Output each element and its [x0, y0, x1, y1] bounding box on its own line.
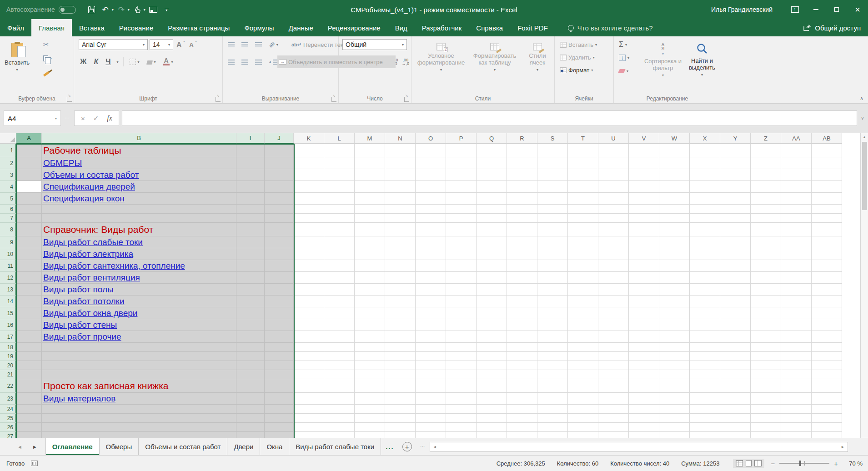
cell-AB5[interactable]	[812, 193, 842, 205]
cell-X20[interactable]	[690, 361, 720, 370]
cell-T25[interactable]	[568, 414, 598, 423]
cell-L16[interactable]	[324, 319, 355, 331]
find-select-button[interactable]: Найти и выделить ▾	[686, 39, 718, 77]
cell-S14[interactable]	[537, 296, 568, 307]
cell-A8[interactable]	[16, 223, 42, 236]
cell-Y7[interactable]	[720, 214, 751, 223]
zoom-level[interactable]: 70 %	[843, 460, 863, 467]
cell-AB15[interactable]	[812, 307, 842, 319]
cell-O10[interactable]	[416, 248, 446, 260]
cell-M25[interactable]	[355, 414, 385, 423]
cell-N17[interactable]	[385, 331, 416, 343]
cell-Q1[interactable]	[477, 144, 507, 157]
cell-O18[interactable]	[416, 343, 446, 352]
sort-filter-button[interactable]: АЯ▼ Сортировка и фильтр ▾	[642, 39, 684, 77]
cell-M7[interactable]	[355, 214, 385, 223]
cell-X26[interactable]	[690, 423, 720, 432]
cell-N7[interactable]	[385, 214, 416, 223]
cell-M23[interactable]	[355, 393, 385, 405]
align-center-button[interactable]	[240, 56, 250, 67]
cell-O27[interactable]	[416, 432, 446, 438]
cell-Z16[interactable]	[751, 319, 781, 331]
cell-K1[interactable]	[294, 144, 324, 157]
cell-P10[interactable]	[446, 248, 477, 260]
cell-B22[interactable]: Просто как записная книжка	[42, 379, 236, 393]
cell-Y17[interactable]	[720, 331, 751, 343]
cell-W10[interactable]	[659, 248, 690, 260]
cell-R19[interactable]	[507, 352, 537, 361]
cell-J9[interactable]	[265, 236, 294, 248]
clipboard-dialog-launcher[interactable]	[67, 97, 72, 102]
cell-U13[interactable]	[598, 284, 629, 296]
cell-Y8[interactable]	[720, 223, 751, 236]
account-user-name[interactable]: Илья Грандилевский	[711, 6, 773, 13]
cell-B11[interactable]: Виды работ сантехника, отопление	[42, 260, 236, 272]
cell-I19[interactable]	[236, 352, 265, 361]
cell-AA3[interactable]	[781, 169, 812, 181]
cell-J19[interactable]	[265, 352, 294, 361]
row-header-10[interactable]: 10	[0, 248, 16, 260]
ribbon-tab-Вставка[interactable]: Вставка	[72, 19, 112, 36]
ribbon-tab-Файл[interactable]: Файл	[0, 19, 31, 36]
cell-link-B15[interactable]: Виды работ окна двери	[43, 308, 137, 318]
column-header-N[interactable]: N	[385, 133, 416, 144]
cell-B23[interactable]: Виды материалов	[42, 393, 236, 405]
minimize-button[interactable]	[805, 0, 826, 19]
cell-L5[interactable]	[324, 193, 355, 205]
cell-I10[interactable]	[236, 248, 265, 260]
cell-X11[interactable]	[690, 260, 720, 272]
cell-K16[interactable]	[294, 319, 324, 331]
cell-O19[interactable]	[416, 352, 446, 361]
cell-P5[interactable]	[446, 193, 477, 205]
cell-AB23[interactable]	[812, 393, 842, 405]
cell-S8[interactable]	[537, 223, 568, 236]
cell-P27[interactable]	[446, 432, 477, 438]
cell-W23[interactable]	[659, 393, 690, 405]
cell-R22[interactable]	[507, 379, 537, 393]
cell-link-B9[interactable]: Виды работ слабые токи	[43, 237, 143, 247]
redo-button[interactable]: ↷	[115, 4, 127, 15]
cell-T8[interactable]	[568, 223, 598, 236]
sheet-tab-Окна[interactable]: Окна	[260, 438, 289, 455]
cell-U14[interactable]	[598, 296, 629, 307]
cell-U16[interactable]	[598, 319, 629, 331]
cell-I11[interactable]	[236, 260, 265, 272]
row-header-1[interactable]: 1	[0, 144, 16, 157]
cell-S13[interactable]	[537, 284, 568, 296]
cell-AA4[interactable]	[781, 181, 812, 193]
row-header-6[interactable]: 6	[0, 205, 16, 214]
cell-J17[interactable]	[265, 331, 294, 343]
cell-R21[interactable]	[507, 370, 537, 379]
cell-X7[interactable]	[690, 214, 720, 223]
cell-K22[interactable]	[294, 379, 324, 393]
cell-T7[interactable]	[568, 214, 598, 223]
cell-M4[interactable]	[355, 181, 385, 193]
cell-S25[interactable]	[537, 414, 568, 423]
cell-Q8[interactable]	[477, 223, 507, 236]
cell-P3[interactable]	[446, 169, 477, 181]
cell-link-B3[interactable]: Объемы и состав работ	[43, 170, 139, 180]
grow-font-button[interactable]: Аˆ	[175, 39, 186, 50]
cell-P13[interactable]	[446, 284, 477, 296]
cell-A2[interactable]	[16, 157, 42, 169]
cell-L7[interactable]	[324, 214, 355, 223]
cell-N2[interactable]	[385, 157, 416, 169]
cell-Y18[interactable]	[720, 343, 751, 352]
expand-formula-bar-button[interactable]: ˅	[857, 116, 868, 121]
cell-L24[interactable]	[324, 405, 355, 414]
cell-K25[interactable]	[294, 414, 324, 423]
cell-P25[interactable]	[446, 414, 477, 423]
align-right-button[interactable]	[254, 56, 263, 67]
cell-S23[interactable]	[537, 393, 568, 405]
cell-U4[interactable]	[598, 181, 629, 193]
cell-S27[interactable]	[537, 432, 568, 438]
cell-Z24[interactable]	[751, 405, 781, 414]
cell-S19[interactable]	[537, 352, 568, 361]
cell-P12[interactable]	[446, 272, 477, 284]
cell-X21[interactable]	[690, 370, 720, 379]
cell-Y9[interactable]	[720, 236, 751, 248]
cell-V5[interactable]	[629, 193, 659, 205]
ribbon-tab-Рисование[interactable]: Рисование	[112, 19, 161, 36]
cell-J4[interactable]	[265, 181, 294, 193]
cell-T21[interactable]	[568, 370, 598, 379]
